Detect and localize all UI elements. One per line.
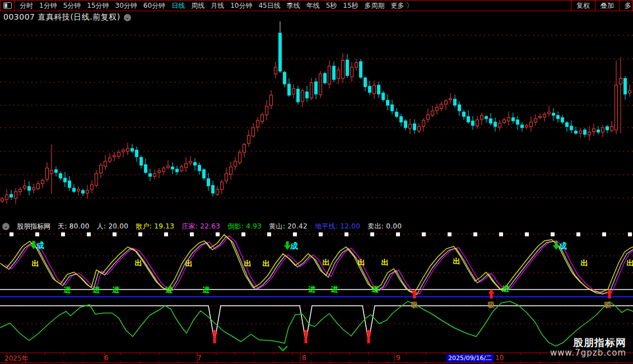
period-tab[interactable]: 15秒 xyxy=(343,1,358,11)
period-tab[interactable]: 5秒 xyxy=(326,1,337,11)
candle-up xyxy=(86,190,89,193)
candle-up xyxy=(104,161,107,166)
period-tab[interactable]: 日线 xyxy=(171,1,185,11)
period-tab[interactable]: 多周期 xyxy=(365,1,385,11)
period-tab[interactable]: 30分钟 xyxy=(115,1,137,11)
candle-up xyxy=(46,168,49,179)
candle-up xyxy=(409,124,412,128)
panel-toggle-button[interactable] xyxy=(1,1,15,11)
candle-down xyxy=(404,121,407,128)
candle-down xyxy=(454,99,457,105)
period-tabs: 分时1分钟5分钟15分钟30分钟60分钟日线周线月线10分钟45日线季线年线5秒… xyxy=(15,1,571,11)
candle-down xyxy=(570,126,573,130)
candle-up xyxy=(113,156,116,157)
candle-up xyxy=(602,128,604,132)
candle-up xyxy=(301,91,304,101)
period-tab[interactable]: 45日线 xyxy=(258,1,280,11)
candle-down xyxy=(552,113,555,115)
sell-out-label: 出 xyxy=(358,258,365,267)
chevron-down-icon[interactable]: ⌄ xyxy=(124,14,131,21)
candle-down xyxy=(315,82,318,94)
candle-up xyxy=(100,165,103,173)
candle-up xyxy=(257,120,259,127)
candle-up xyxy=(476,120,479,126)
candle-down xyxy=(55,170,58,172)
candle-up xyxy=(252,128,255,136)
candle-down xyxy=(203,170,206,178)
candle-up xyxy=(158,171,161,172)
candle-down xyxy=(149,174,152,176)
candle-up xyxy=(292,88,295,94)
candle-up xyxy=(189,161,192,163)
candle-down xyxy=(346,60,349,76)
candle-up xyxy=(593,129,595,132)
candle-down xyxy=(624,78,627,94)
sell-out-label: 出 xyxy=(581,259,588,267)
candle-down xyxy=(306,92,309,98)
indicator-values: 天: 80.00人: 20.00散户: 19.13庄家: 22.63倒影: 4.… xyxy=(58,222,402,231)
candle-up xyxy=(427,115,430,119)
trading-app-window: 出出出出出出出出出出出进进进进进进进进进吸吸吸成成成 分时1分钟5分钟15分钟3… xyxy=(0,0,633,364)
candle-down xyxy=(194,162,197,165)
period-tab[interactable]: 季线 xyxy=(287,1,300,11)
period-tab[interactable]: 更多 〉 xyxy=(391,1,413,11)
absorb-label: 吸 xyxy=(411,301,419,309)
candle-down xyxy=(73,188,76,192)
candle-down xyxy=(490,119,492,123)
candle-down xyxy=(176,169,179,172)
period-tab[interactable]: 10分钟 xyxy=(230,1,252,11)
enter-label: 进 xyxy=(63,286,71,294)
candle-up xyxy=(270,95,273,105)
period-tab[interactable]: 分时 xyxy=(20,1,33,11)
candle-up xyxy=(543,114,546,117)
candle-up xyxy=(24,186,26,188)
candle-up xyxy=(422,120,425,127)
period-tab[interactable]: 15分钟 xyxy=(87,1,109,11)
candle-down xyxy=(516,120,519,124)
candle-up xyxy=(539,116,542,118)
candle-down xyxy=(606,127,609,130)
absorb-label: 吸 xyxy=(604,301,612,309)
square-marker xyxy=(267,232,271,236)
square-marker xyxy=(61,232,65,236)
candle-down xyxy=(28,186,31,190)
candle-up xyxy=(234,161,237,166)
period-tab[interactable]: 周线 xyxy=(191,1,204,11)
period-tab[interactable]: 5分钟 xyxy=(63,1,81,11)
candle-up xyxy=(239,152,241,162)
square-marker xyxy=(345,232,348,236)
enter-label: 进 xyxy=(92,286,100,294)
axis-tick-label: 7 xyxy=(197,354,202,362)
candle-up xyxy=(127,148,129,151)
period-tab[interactable]: 60分钟 xyxy=(143,1,165,11)
toolbar-button[interactable]: 复权 xyxy=(571,1,595,11)
candle-up xyxy=(319,74,322,95)
enter-label: 进 xyxy=(112,286,120,294)
candle-up xyxy=(355,63,358,67)
collapse-chevron-icon[interactable]: ⌄ xyxy=(2,223,10,230)
candle-up xyxy=(41,180,44,184)
candle-down xyxy=(10,194,13,197)
toolbar-button[interactable]: 多 xyxy=(619,1,632,11)
square-marker xyxy=(35,232,39,236)
period-tab[interactable]: 1分钟 xyxy=(39,1,57,11)
candle-up xyxy=(337,70,340,78)
candle-up xyxy=(230,167,232,174)
candle-up xyxy=(15,192,17,198)
period-tab[interactable]: 年线 xyxy=(306,1,320,11)
toolbar-button[interactable]: 叠加 xyxy=(595,1,619,11)
enter-label: 进 xyxy=(165,286,173,294)
candle-down xyxy=(283,72,286,84)
square-marker xyxy=(628,232,632,236)
candle-up xyxy=(431,111,434,115)
candle-up xyxy=(579,131,582,133)
absorb-label: 吸 xyxy=(488,301,496,309)
candle-down xyxy=(512,118,515,121)
enter-label: 进 xyxy=(502,284,510,293)
period-tab[interactable]: 月线 xyxy=(211,1,224,11)
candle-down xyxy=(458,105,461,111)
candle-up xyxy=(180,167,183,171)
candle-up xyxy=(19,189,22,192)
candle-down xyxy=(131,148,134,151)
cheng-signal-label: 成 xyxy=(290,241,298,250)
